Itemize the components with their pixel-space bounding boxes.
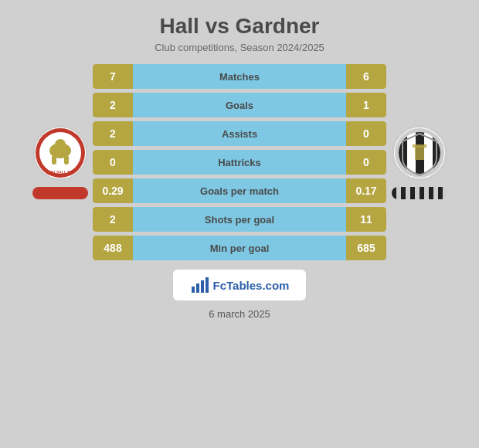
page-container: Hall vs Gardner Club competitions, Seaso… [0, 0, 479, 448]
svg-rect-13 [415, 146, 424, 160]
stat-left-value: 7 [93, 64, 133, 89]
stat-right-value: 0.17 [346, 178, 386, 203]
stat-left-value: 0 [93, 150, 133, 175]
svg-text:WALSALL FC: WALSALL FC [47, 170, 73, 175]
date-label: 6 march 2025 [209, 308, 270, 320]
stat-label: Shots per goal [133, 207, 346, 232]
svg-rect-18 [206, 277, 209, 293]
stat-label: Goals [133, 93, 346, 117]
svg-rect-14 [413, 144, 426, 148]
page-subtitle: Club competitions, Season 2024/2025 [155, 42, 324, 53]
stat-row: 2Assists0 [93, 121, 386, 146]
svg-rect-17 [201, 280, 204, 293]
fctables-icon [190, 276, 209, 294]
stat-right-value: 0 [346, 150, 386, 175]
left-strip [32, 187, 88, 199]
stat-label: Hattricks [133, 150, 346, 175]
stat-label: Min per goal [133, 236, 346, 260]
grimsby-logo [392, 125, 447, 181]
stat-left-value: 488 [93, 236, 133, 260]
stat-label: Matches [133, 64, 346, 89]
stat-right-value: 0 [346, 121, 386, 146]
stat-right-value: 6 [346, 64, 386, 89]
stat-left-value: 2 [93, 121, 133, 146]
svg-rect-5 [64, 155, 69, 165]
walsall-logo: WALSALL FC [32, 125, 88, 181]
branding-box[interactable]: FcTables.com [173, 270, 307, 300]
stat-left-value: 2 [93, 207, 133, 232]
stats-section: 7Matches62Goals12Assists00Hattricks00.29… [93, 64, 386, 260]
stat-row: 0Hattricks0 [93, 150, 386, 175]
stat-row: 2Goals1 [93, 93, 386, 117]
page-title: Hall vs Gardner [160, 14, 320, 39]
stat-right-value: 11 [346, 207, 386, 232]
stat-row: 0.29Goals per match0.17 [93, 178, 386, 203]
svg-rect-4 [52, 155, 56, 165]
team-right [386, 125, 452, 199]
stat-row: 7Matches6 [93, 64, 386, 89]
branding-text: FcTables.com [213, 279, 290, 292]
stat-row: 2Shots per goal11 [93, 207, 386, 232]
stat-right-value: 685 [346, 236, 386, 260]
stat-right-value: 1 [346, 93, 386, 117]
stat-label: Goals per match [133, 178, 346, 203]
right-strip [392, 187, 447, 199]
stat-left-value: 0.29 [93, 178, 133, 203]
svg-rect-15 [192, 287, 195, 293]
svg-rect-16 [196, 283, 199, 293]
svg-point-3 [55, 139, 66, 150]
stat-left-value: 2 [93, 93, 133, 117]
stat-label: Assists [133, 121, 346, 146]
stat-row: 488Min per goal685 [93, 236, 386, 260]
team-left: WALSALL FC [27, 125, 93, 199]
main-area: WALSALL FC 7Matches62Goals12Assists00Hat… [8, 64, 471, 260]
